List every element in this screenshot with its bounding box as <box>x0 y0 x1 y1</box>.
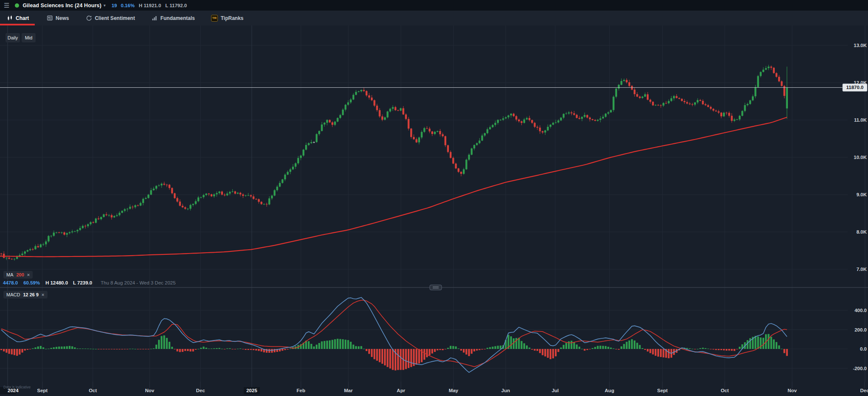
svg-text:Oct: Oct <box>89 388 97 393</box>
candlestick-chart-icon <box>7 15 13 21</box>
bar-chart-icon <box>152 15 157 21</box>
price-axis-labels: 13.0K12.0K11.0K10.0K9.0K8.0K7.0K <box>854 43 867 272</box>
svg-text:May: May <box>449 388 459 393</box>
price-style-button[interactable]: Mid <box>22 33 36 42</box>
tipranks-icon: TR <box>211 15 218 22</box>
svg-text:8.0K: 8.0K <box>857 229 867 234</box>
x-axis-labels: 2024SeptOctNovDec2025FebMarAprMayJunJulA… <box>0 387 868 394</box>
svg-text:11870.0: 11870.0 <box>846 85 864 90</box>
refresh-circle-icon <box>86 15 92 21</box>
svg-text:Jul: Jul <box>552 388 559 393</box>
ma-label: MA <box>6 272 14 277</box>
svg-text:Apr: Apr <box>397 388 405 393</box>
instrument-dropdown-caret[interactable]: ▾ <box>103 3 106 8</box>
change-percent: 0.16% <box>121 3 135 8</box>
svg-text:2025: 2025 <box>246 388 257 393</box>
chart-canvas[interactable]: 11870.013.0K12.0K11.0K10.0K9.0K8.0K7.0K4… <box>0 0 868 396</box>
candlestick-series <box>0 65 788 261</box>
ma-current-value: 4478.0 <box>3 280 18 285</box>
svg-text:Sept: Sept <box>657 388 668 393</box>
interval-button[interactable]: Daily <box>6 33 20 42</box>
svg-text:Nov: Nov <box>787 388 797 393</box>
session-high: H 11921.0 <box>139 3 161 8</box>
svg-text:Dec: Dec <box>860 388 868 393</box>
svg-text:7.0K: 7.0K <box>857 267 867 272</box>
macd-histogram <box>0 334 788 371</box>
tab-label: Chart <box>16 15 29 21</box>
svg-text:0.0: 0.0 <box>860 346 867 351</box>
instrument-title: Gilead Sciences Inc (24 Hours) <box>22 3 101 8</box>
tab-tipranks[interactable]: TR TipRanks <box>211 11 244 25</box>
tab-label: Client Sentiment <box>95 15 135 21</box>
session-low: L 11792.0 <box>165 3 187 8</box>
svg-text:Mar: Mar <box>344 388 353 393</box>
tab-chart[interactable]: Chart <box>7 11 29 25</box>
instrument-header: ☰ Gilead Sciences Inc (24 Hours) ▾ 19 0.… <box>0 0 868 11</box>
svg-text:12.0K: 12.0K <box>854 80 867 85</box>
tab-label: News <box>56 15 69 21</box>
ma-period: 200 <box>17 272 24 277</box>
ma-current-percent: 60.59% <box>23 280 40 285</box>
macd-line <box>1 297 787 372</box>
trading-app: 11870.013.0K12.0K11.0K10.0K9.0K8.0K7.0K4… <box>0 0 868 396</box>
tab-fundamentals[interactable]: Fundamentals <box>152 11 195 25</box>
ma-indicator-badge[interactable]: MA 200 × <box>3 271 33 279</box>
data-indicative-note: Data is indicative <box>3 385 31 389</box>
svg-text:9.0K: 9.0K <box>857 192 867 197</box>
svg-text:400.0: 400.0 <box>854 308 867 313</box>
svg-text:Jun: Jun <box>501 388 510 393</box>
tab-news[interactable]: News <box>47 11 69 25</box>
indicator-info-row: 4478.0 60.59% H 12480.0 L 7239.0 Thu 8 A… <box>3 280 175 285</box>
svg-text:Feb: Feb <box>297 388 305 393</box>
news-icon <box>47 15 53 21</box>
macd-label: MACD <box>6 292 20 297</box>
ma-line <box>0 117 787 257</box>
macd-close-icon[interactable]: × <box>42 292 44 297</box>
svg-text:-200.0: -200.0 <box>853 366 867 371</box>
change-points: 19 <box>111 3 117 8</box>
macd-params: 12 26 9 <box>23 292 39 297</box>
period-high: H 12480.0 <box>45 280 68 285</box>
active-tab-underline <box>0 24 35 25</box>
svg-text:11.0K: 11.0K <box>854 117 867 123</box>
period-low: L 7239.0 <box>73 280 92 285</box>
market-status-dot <box>15 3 19 8</box>
svg-text:Dec: Dec <box>196 388 205 393</box>
ma-close-icon[interactable]: × <box>27 272 30 277</box>
menu-icon[interactable]: ☰ <box>4 2 9 8</box>
svg-text:13.0K: 13.0K <box>854 43 867 48</box>
macd-indicator-badge[interactable]: MACD 12 26 9 × <box>3 291 47 298</box>
svg-text:Nov: Nov <box>145 388 154 393</box>
svg-text:10.0K: 10.0K <box>854 155 867 160</box>
svg-text:200.0: 200.0 <box>854 327 867 332</box>
tab-label: Fundamentals <box>160 15 195 21</box>
tab-bar: Chart News Client Sentiment Fundamentals… <box>0 11 868 25</box>
svg-text:Oct: Oct <box>721 388 729 393</box>
tab-label: TipRanks <box>221 15 244 21</box>
svg-text:Sept: Sept <box>37 388 48 393</box>
tab-client-sentiment[interactable]: Client Sentiment <box>86 11 135 25</box>
visible-date-range: Thu 8 Aug 2024 - Wed 3 Dec 2025 <box>100 280 175 285</box>
svg-text:Aug: Aug <box>605 388 614 393</box>
pane-resize-handle[interactable] <box>430 285 442 290</box>
